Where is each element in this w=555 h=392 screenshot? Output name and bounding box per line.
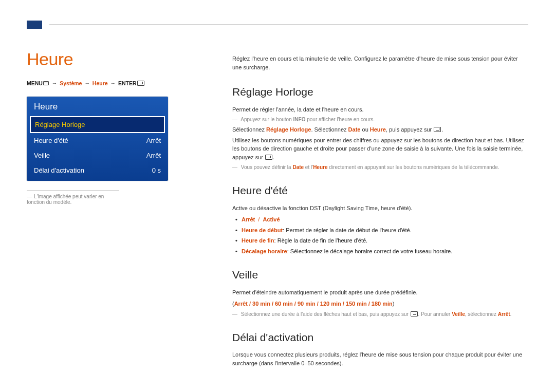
heading-heure-ete: Heure d'été <box>232 182 528 199</box>
p-delai-1: Lorsque vous connectez plusieurs produit… <box>232 350 528 367</box>
note-veille: Sélectionnez une durée à l'aide des flèc… <box>232 310 528 318</box>
enter-icon <box>137 81 144 86</box>
osd-title: Heure <box>27 97 168 116</box>
note-reglage-remote: Vous pouvez définir la Date et l'Heure d… <box>232 163 528 171</box>
osd-value: Arrêt <box>146 137 161 144</box>
breadcrumb: MENU → Système → Heure → ENTER <box>27 80 171 87</box>
osd-value: 0 s <box>152 166 161 174</box>
list-heure-ete: Arrêt / Activé Heure de début: Permet de… <box>232 215 528 255</box>
enter-icon <box>434 127 441 132</box>
p-reglage-3: Utilisez les boutons numériques pour ent… <box>232 136 528 162</box>
right-column: Réglez l'heure en cours et la minuterie … <box>232 54 528 379</box>
section-reglage-horloge: Réglage Horloge Permet de régler l'année… <box>232 84 528 171</box>
section-veille: Veille Permet d'éteindre automatiquement… <box>232 267 528 318</box>
list-item: Arrêt / Activé <box>232 215 528 224</box>
section-heure-ete: Heure d'été Active ou désactive la fonct… <box>232 182 528 255</box>
page-title: Heure <box>27 49 171 69</box>
p-reglage-2: Sélectionnez Réglage Horloge. Sélectionn… <box>232 125 528 134</box>
osd-menu: Heure Réglage Horloge Heure d'été Arrêt … <box>27 97 168 181</box>
osd-label: Délai d'activation <box>34 166 84 174</box>
list-item: Heure de début: Permet de régler la date… <box>232 226 528 235</box>
osd-row-heure-ete[interactable]: Heure d'été Arrêt <box>27 133 168 148</box>
breadcrumb-heure: Heure <box>92 80 108 86</box>
left-footnote: L'image affichée peut varier en fonction… <box>27 190 119 205</box>
list-item: Décalage horaire: Sélectionnez le décala… <box>232 247 528 256</box>
note-reglage-info: Appuyez sur le bouton INFO pour afficher… <box>232 116 528 123</box>
breadcrumb-systeme: Système <box>60 80 82 86</box>
osd-label: Veille <box>34 152 50 159</box>
top-rule <box>49 24 528 25</box>
breadcrumb-enter-label: ENTER <box>118 80 137 86</box>
page-tab-marker <box>27 21 42 29</box>
enter-icon <box>411 311 418 316</box>
osd-label: Heure d'été <box>34 137 68 144</box>
section-delai: Délai d'activation Lorsque vous connecte… <box>232 329 528 368</box>
heading-delai: Délai d'activation <box>232 329 528 346</box>
p-veille-1: Permet d'éteindre automatiquement le pro… <box>232 288 528 297</box>
breadcrumb-menu-label: MENU <box>27 80 43 86</box>
p-reglage-1: Permet de régler l'année, la date et l'h… <box>232 105 528 114</box>
p-heure-ete-1: Active ou désactive la fonction DST (Day… <box>232 204 528 213</box>
osd-label: Réglage Horloge <box>35 121 85 128</box>
list-item: Heure de fin: Règle la date de fin de l'… <box>232 236 528 245</box>
osd-row-reglage-horloge[interactable]: Réglage Horloge <box>30 116 165 133</box>
heading-reglage-horloge: Réglage Horloge <box>232 84 528 100</box>
arrow-icon: → <box>83 80 91 87</box>
left-column: Heure MENU → Système → Heure → ENTER Heu… <box>27 49 171 205</box>
veille-options: (Arrêt/30 min/60 min/90 min/120 min/150 … <box>232 300 528 308</box>
osd-value: Arrêt <box>146 152 161 159</box>
osd-row-veille[interactable]: Veille Arrêt <box>27 148 168 163</box>
menu-icon <box>43 81 49 85</box>
osd-row-delai[interactable]: Délai d'activation 0 s <box>27 163 168 178</box>
arrow-icon: → <box>109 80 117 87</box>
arrow-icon: → <box>51 80 59 87</box>
intro-text: Réglez l'heure en cours et la minuterie … <box>232 54 528 71</box>
enter-icon <box>265 155 272 160</box>
heading-veille: Veille <box>232 267 528 283</box>
